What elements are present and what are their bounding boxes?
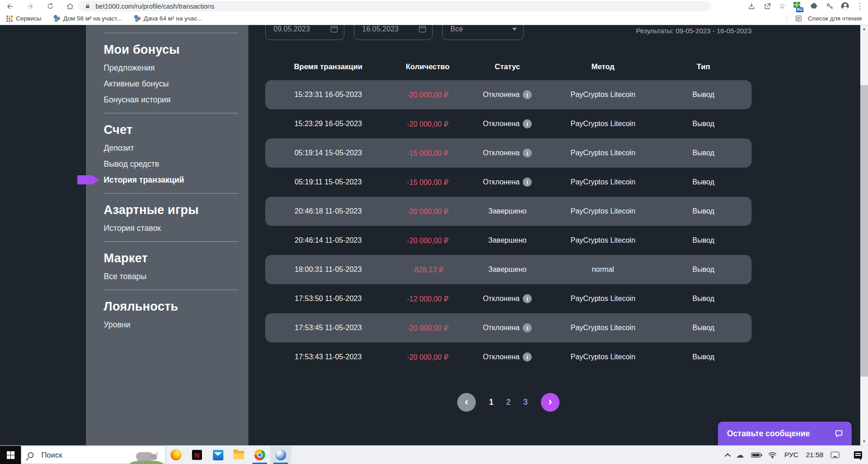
taskbar-app-explorer[interactable] [228, 446, 249, 464]
language-indicator[interactable]: РУС [784, 451, 798, 459]
tray-chevron-up-icon[interactable] [725, 453, 731, 459]
start-button[interactable] [0, 446, 21, 464]
pagination-prev-button[interactable]: ‹ [457, 393, 476, 412]
taskbar-app-mail[interactable] [207, 446, 228, 464]
status-text: Отклонена [483, 324, 520, 332]
pagination-next-button[interactable]: › [541, 393, 560, 412]
reading-list-icon [794, 14, 803, 23]
cell-status: Отклоненаi [464, 294, 550, 303]
calendar-icon [331, 26, 338, 32]
address-bar[interactable]: bet1000.com/ru/profile/cash/transactions [78, 1, 711, 11]
bookmark-star-icon[interactable]: ☆ [779, 2, 786, 10]
status-text: Отклонена [483, 353, 520, 361]
reading-list-label: Список для чтения [808, 15, 862, 22]
sidebar-item[interactable]: Предложения [104, 63, 238, 73]
sidebar-item[interactable]: Все товары [104, 271, 238, 281]
status-text: Отклонена [483, 149, 520, 157]
sidebar-item[interactable]: Вывод средств [104, 159, 238, 169]
table-row: 17:53:43 11-05-2023-20 000,00 ₽Отклонена… [265, 342, 752, 372]
file-explorer-icon [233, 451, 244, 459]
bookmark-label: Сервисы [16, 15, 41, 22]
status-info-icon[interactable]: i [523, 323, 532, 332]
home-icon[interactable] [66, 2, 75, 11]
cell-transaction-time: 17:53:45 11-05-2023 [265, 324, 391, 332]
download-icon[interactable] [747, 2, 756, 11]
taskbar-app-firefox[interactable] [166, 446, 187, 464]
browser-menu-icon[interactable]: ⋮ [856, 2, 863, 10]
date-to-value: 16.05.2023 [362, 25, 419, 33]
column-header-type: Тип [655, 62, 752, 71]
password-key-icon[interactable] [825, 2, 834, 11]
bookmark-services[interactable]: Сервисы [6, 15, 41, 22]
sidebar-section: ЛояльностьУровни [104, 290, 238, 338]
cell-type: Вывод [655, 91, 752, 99]
sidebar-section: СчетДепозитВывод средствИстория транзакц… [104, 113, 238, 193]
sidebar-item[interactable]: История транзакций [104, 175, 238, 185]
status-text: Отклонена [483, 178, 520, 186]
bookmark-house-1[interactable]: Дом 58 м² на участ... [53, 15, 122, 22]
taskbar-app-netflix[interactable]: N [187, 446, 207, 464]
reading-list[interactable]: Список для чтения [787, 14, 862, 23]
date-to-input[interactable]: 16.05.2023 [354, 25, 433, 40]
cell-status: Завершено [464, 265, 550, 274]
profile-avatar-icon[interactable] [841, 2, 849, 10]
scrollbar-down-icon[interactable]: ▼ [860, 438, 868, 445]
taskbar-app-chrome[interactable] [249, 446, 270, 464]
touchpad-icon[interactable] [831, 452, 839, 458]
table-row: 17:53:45 11-05-2023-20 000,00 ₽Отклонена… [265, 313, 752, 342]
status-text: Завершено [488, 207, 526, 215]
notification-center-icon[interactable] [854, 451, 862, 459]
cell-transaction-time: 15:23:31 16-05-2023 [265, 91, 391, 99]
column-header-method: Метод [550, 62, 655, 71]
status-info-icon[interactable]: i [523, 90, 532, 99]
sidebar-item[interactable]: Активные бонусы [104, 79, 238, 89]
sidebar-item[interactable]: Бонусная история [104, 95, 238, 105]
status-info-icon[interactable]: i [523, 148, 532, 158]
status-info-icon[interactable]: i [523, 119, 532, 128]
table-row: 05:19:14 15-05-2023-15 000,00 ₽Отклонена… [265, 138, 752, 168]
bookmark-house-2[interactable]: Дача 64 м² на учас... [134, 15, 202, 22]
extensions-puzzle-icon[interactable] [809, 2, 818, 11]
sidebar-section: Мои бонусыПредложенияАктивные бонусыБону… [104, 33, 238, 113]
cell-transaction-time: 20:46:14 11-05-2023 [265, 236, 391, 245]
cell-method: PayCryptos Litecoin [550, 178, 655, 186]
battery-icon[interactable] [751, 453, 761, 458]
cell-transaction-time: 17:53:43 11-05-2023 [265, 353, 391, 361]
cell-type: Вывод [655, 324, 752, 332]
search-highlight-rhino-image[interactable] [128, 446, 165, 464]
scrollbar-thumb[interactable] [860, 85, 868, 377]
status-info-icon[interactable]: i [523, 352, 532, 362]
mail-icon [213, 450, 223, 460]
type-filter-select[interactable]: Все [442, 25, 524, 40]
live-chat-widget[interactable]: Оставьте сообщение [718, 422, 852, 445]
cell-type: Вывод [655, 120, 752, 128]
onedrive-cloud-icon[interactable]: ☁ [736, 451, 744, 459]
windows-logo-icon [7, 451, 15, 459]
sidebar-item[interactable]: Уровни [104, 320, 238, 330]
pagination-page-2[interactable]: 2 [506, 398, 511, 407]
forward-icon[interactable] [25, 2, 35, 11]
sidebar-item[interactable]: История ставок [104, 223, 238, 233]
page-scrollbar[interactable]: ▲ ▼ [860, 25, 868, 445]
translate-extension-icon[interactable]: RU [792, 2, 802, 11]
pagination-page-1[interactable]: 1 [489, 398, 494, 407]
windows-taskbar: Поиск N ☁ РУС 21:58 [0, 445, 868, 464]
status-info-icon[interactable]: i [523, 294, 532, 303]
sidebar-item[interactable]: Депозит [104, 143, 238, 153]
pagination-page-3[interactable]: 3 [523, 398, 528, 407]
column-header-time: Время транзакции [265, 62, 391, 71]
date-from-input[interactable]: 09.05.2023 [265, 25, 344, 40]
taskbar-app-sphere[interactable] [270, 446, 291, 464]
taskbar-search-box[interactable]: Поиск [21, 446, 166, 464]
share-icon[interactable] [763, 2, 772, 11]
sidebar-section-title: Азартные игры [104, 203, 238, 217]
back-icon[interactable] [5, 2, 15, 11]
status-info-icon[interactable]: i [523, 178, 532, 187]
sidebar-section: МаркетВсе товары [104, 241, 238, 290]
clock[interactable]: 21:58 [806, 451, 823, 459]
refresh-icon[interactable] [45, 2, 55, 11]
status-text: Отклонена [483, 120, 520, 128]
scrollbar-up-icon[interactable]: ▲ [860, 25, 868, 33]
table-row: 17:53:50 11-05-2023-12 000,00 ₽Отклонена… [265, 284, 752, 313]
wifi-icon[interactable] [768, 450, 777, 459]
